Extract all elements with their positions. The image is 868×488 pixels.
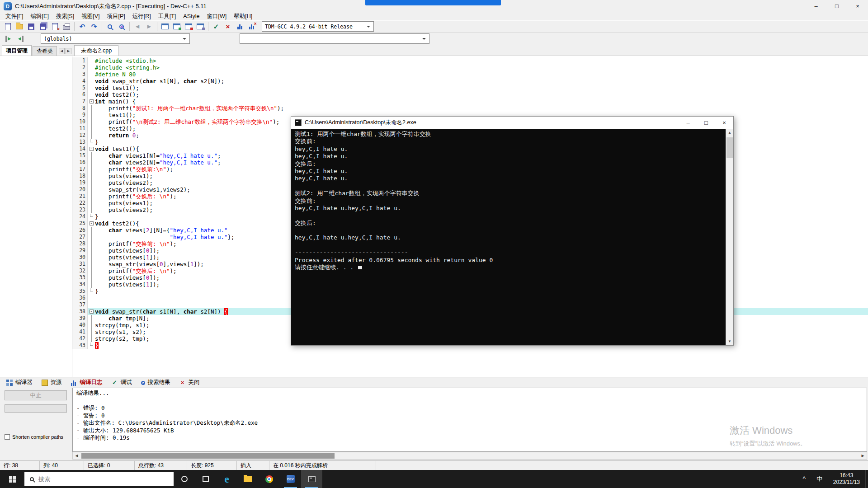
editor-tab-active[interactable]: 未命名2.cpp — [74, 45, 118, 56]
console-maximize-button[interactable]: □ — [697, 117, 715, 129]
console-taskbar-button[interactable] — [301, 470, 322, 488]
menu-item[interactable]: 帮助[H] — [230, 12, 256, 20]
close-file-button[interactable]: × — [49, 21, 61, 32]
search-input[interactable] — [38, 476, 147, 483]
console-title-bar[interactable]: C:\Users\Administrator\Desktop\未命名2.exe … — [291, 117, 733, 129]
menu-item[interactable]: 编辑[E] — [27, 12, 52, 20]
code-line[interactable]: 2#include <string.h> — [72, 64, 868, 71]
close-button[interactable]: × — [847, 0, 868, 12]
scroll-down-icon[interactable]: ▼ — [726, 338, 733, 345]
abort-compile-button[interactable]: 中止 — [5, 390, 67, 400]
project-manager-panel[interactable] — [0, 56, 72, 377]
bottom-tab-check[interactable]: ✓调试 — [107, 377, 137, 388]
fold-guide-line — [91, 206, 92, 213]
find-button[interactable] — [104, 21, 116, 32]
bottom-tab-mag[interactable]: 搜索结果 — [137, 377, 175, 388]
console-window[interactable]: C:\Users\Administrator\Desktop\未命名2.exe … — [291, 116, 734, 346]
bottom-tab-res[interactable]: 资源 — [37, 377, 66, 388]
code-line[interactable]: 1#include <stdio.h> — [72, 57, 868, 64]
syntax-check-button[interactable]: ✓ — [210, 21, 222, 32]
log-scrollbar-thumb[interactable] — [81, 453, 335, 459]
scroll-up-icon[interactable]: ▲ — [726, 129, 733, 136]
save-button[interactable] — [25, 21, 37, 32]
menu-item[interactable]: 文件[F] — [2, 12, 27, 20]
ime-indicator[interactable]: 中 — [811, 475, 828, 483]
devcpp-taskbar-button[interactable]: DEV — [280, 470, 301, 488]
code-line[interactable]: 8 printf("测试1: 用两个一维char数组，实现两个字符串交换\n")… — [72, 105, 868, 112]
code-line[interactable]: 3#define N 80 — [72, 71, 868, 78]
tab-scroll-left-button[interactable]: ◀ — [59, 48, 65, 54]
taskbar-search[interactable] — [24, 472, 174, 486]
maximize-button[interactable]: □ — [826, 0, 847, 12]
delete-profile-button[interactable] — [245, 21, 257, 32]
console-minimize-button[interactable]: – — [679, 117, 697, 129]
console-close-button[interactable]: × — [715, 117, 733, 129]
bottom-tab-close[interactable]: ×关闭 — [175, 377, 204, 388]
code-line[interactable]: 6void test2(); — [72, 91, 868, 98]
fold-collapse-icon[interactable]: - — [90, 99, 94, 103]
fold-marker[interactable]: - — [88, 220, 95, 227]
jump-back-button[interactable] — [3, 33, 14, 44]
shorten-paths-checkbox[interactable] — [5, 434, 10, 440]
console-output[interactable]: 测试1: 用两个一维char数组，实现两个字符串交换交换前:hey,C,I ha… — [291, 129, 726, 345]
start-button[interactable] — [0, 470, 24, 488]
replace-button[interactable] — [116, 21, 127, 32]
globals-select[interactable]: (globals) — [41, 33, 190, 44]
print-button[interactable] — [61, 21, 72, 32]
bottom-tab-grid[interactable]: 编译器 — [2, 377, 37, 388]
code-line[interactable]: 7-int main() { — [72, 98, 868, 105]
save-all-button[interactable] — [37, 21, 49, 32]
chrome-button[interactable] — [259, 470, 280, 488]
menu-item[interactable]: 项目[P] — [103, 12, 128, 20]
menu-item[interactable]: 搜索[S] — [52, 12, 78, 20]
fold-collapse-icon[interactable]: - — [90, 310, 94, 314]
edge-button[interactable]: e — [216, 470, 237, 488]
fold-end-icon — [90, 343, 93, 346]
tray-expand-button[interactable]: ^ — [797, 475, 811, 483]
scroll-left-icon[interactable]: ◀ — [73, 452, 80, 459]
bottom-tab-log[interactable]: 编译日志 — [66, 377, 107, 388]
forward-button[interactable]: ▶ — [143, 21, 155, 32]
menu-item[interactable]: 窗口[W] — [203, 12, 231, 20]
show-desktop-button[interactable] — [865, 470, 868, 488]
members-select[interactable] — [240, 33, 429, 44]
log-horizontal-scrollbar[interactable]: ◀ ▶ — [72, 452, 867, 460]
tab-scroll-right-button[interactable]: ▶ — [66, 48, 71, 54]
fold-marker[interactable]: - — [88, 98, 95, 105]
taskbar-clock[interactable]: 16:43 2023/11/13 — [828, 472, 865, 486]
back-button[interactable]: ◀ — [132, 21, 143, 32]
scrollbar-thumb[interactable] — [726, 137, 733, 158]
console-scrollbar[interactable]: ▲ ▼ — [726, 129, 733, 345]
file-explorer-button[interactable] — [237, 470, 259, 488]
open-file-button[interactable] — [14, 21, 25, 32]
fold-marker[interactable]: - — [88, 145, 95, 152]
new-file-button[interactable] — [2, 21, 14, 32]
fold-marker[interactable]: - — [88, 308, 95, 315]
menu-item[interactable]: 运行[R] — [129, 12, 155, 20]
menu-item[interactable]: AStyle — [179, 12, 203, 20]
minimize-button[interactable]: – — [806, 0, 826, 12]
jump-forward-button[interactable] — [14, 33, 26, 44]
scroll-right-icon[interactable]: ▶ — [859, 452, 867, 459]
undo-button[interactable]: ↶ — [76, 21, 88, 32]
task-view-button[interactable] — [195, 470, 216, 488]
fold-collapse-icon[interactable]: - — [90, 221, 94, 225]
redo-button[interactable]: ↷ — [88, 21, 100, 32]
compile-run-button[interactable] — [183, 21, 194, 32]
line-number: 13 — [72, 139, 88, 145]
profile-button[interactable] — [234, 21, 245, 32]
line-number: 35 — [72, 288, 88, 295]
fold-collapse-icon[interactable]: - — [90, 147, 94, 151]
menu-item[interactable]: 视图[V] — [78, 12, 103, 20]
tab-class-browser[interactable]: 查看类 — [33, 46, 57, 56]
code-line[interactable]: 4void swap_str(char s1[N], char s2[N]); — [72, 78, 868, 84]
compile-button[interactable] — [159, 21, 171, 32]
cortana-button[interactable] — [174, 470, 195, 488]
tab-project-manager[interactable]: 项目管理 — [2, 45, 32, 56]
abort-button[interactable]: × — [222, 21, 234, 32]
code-line[interactable]: 5void test1(); — [72, 84, 868, 91]
rebuild-button[interactable] — [194, 21, 206, 32]
menu-item[interactable]: 工具[T] — [155, 12, 180, 20]
run-button[interactable] — [171, 21, 183, 32]
compiler-select[interactable]: TDM-GCC 4.9.2 64-bit Release — [262, 21, 374, 32]
